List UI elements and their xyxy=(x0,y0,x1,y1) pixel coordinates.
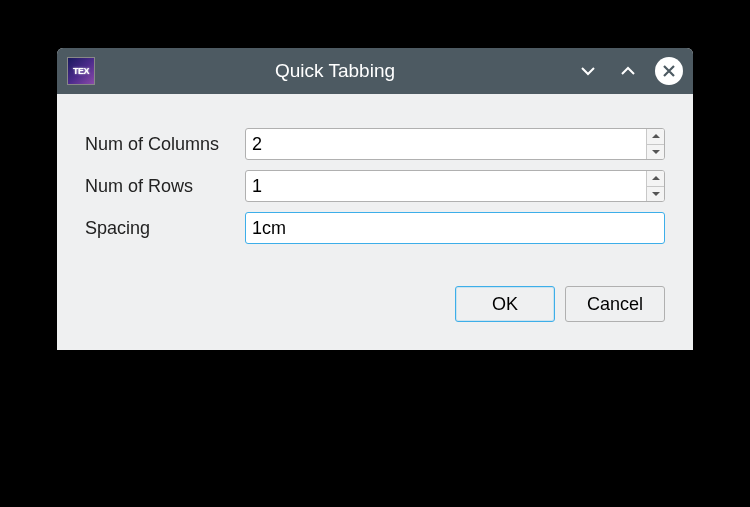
titlebar: Quick Tabbing xyxy=(57,48,693,94)
ok-button[interactable]: OK xyxy=(455,286,555,322)
caret-up-icon xyxy=(652,175,660,181)
cancel-button[interactable]: Cancel xyxy=(565,286,665,322)
rows-row: Num of Rows xyxy=(85,170,665,202)
columns-input[interactable] xyxy=(246,129,646,159)
rows-label: Num of Rows xyxy=(85,176,245,197)
rows-spin-buttons xyxy=(646,171,664,201)
spacing-label: Spacing xyxy=(85,218,245,239)
chevron-up-icon xyxy=(619,62,637,80)
close-icon xyxy=(662,64,676,78)
rows-spin-down[interactable] xyxy=(647,187,664,202)
window-controls xyxy=(575,57,683,85)
columns-spin-buttons xyxy=(646,129,664,159)
caret-down-icon xyxy=(652,149,660,155)
caret-up-icon xyxy=(652,133,660,139)
maximize-button[interactable] xyxy=(615,58,641,84)
window-title: Quick Tabbing xyxy=(103,60,567,82)
columns-control xyxy=(245,128,665,160)
chevron-down-icon xyxy=(579,62,597,80)
rows-spinbox[interactable] xyxy=(245,170,665,202)
dialog-window: Quick Tabbing Num of Columns xyxy=(57,48,693,350)
caret-down-icon xyxy=(652,191,660,197)
columns-spin-up[interactable] xyxy=(647,129,664,145)
close-button[interactable] xyxy=(655,57,683,85)
columns-label: Num of Columns xyxy=(85,134,245,155)
spacing-row: Spacing xyxy=(85,212,665,244)
dialog-content: Num of Columns Num of Rows xyxy=(57,94,693,350)
app-icon xyxy=(67,57,95,85)
columns-row: Num of Columns xyxy=(85,128,665,160)
columns-spinbox[interactable] xyxy=(245,128,665,160)
button-row: OK Cancel xyxy=(85,286,665,322)
rows-spin-up[interactable] xyxy=(647,171,664,187)
rows-input[interactable] xyxy=(246,171,646,201)
minimize-button[interactable] xyxy=(575,58,601,84)
columns-spin-down[interactable] xyxy=(647,145,664,160)
spacing-control xyxy=(245,212,665,244)
rows-control xyxy=(245,170,665,202)
spacing-input[interactable] xyxy=(245,212,665,244)
